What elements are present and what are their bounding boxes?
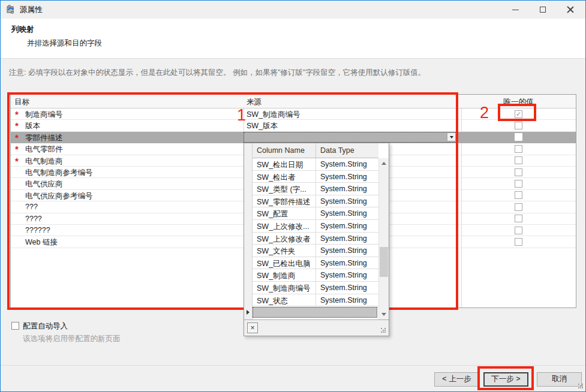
unique-value-checkbox[interactable] [515,145,522,153]
unique-value-cell [461,225,576,236]
maximize-button[interactable] [529,1,557,19]
target-label: ???? [25,215,42,223]
option-type: System.String [316,245,378,257]
option-name: SW_制造商编号 [253,282,316,294]
dropdown-option[interactable]: SW_文件夹System.String [253,245,378,257]
target-cell[interactable]: Web 链接 [11,236,244,247]
option-name: SW_检出者 [253,171,316,183]
clear-selection-button[interactable]: × [247,322,258,333]
dropdown-option[interactable]: SW_零部件描述System.String [253,195,378,208]
option-name: SW_文件夹 [253,245,316,257]
scroll-down-button[interactable] [379,310,389,319]
target-label: 电气供应商参考编号 [25,192,93,200]
source-value: SW_制造商编号 [247,110,300,119]
unique-value-checkbox[interactable]: ✓ [515,110,522,118]
dropdown-header-name: Column Name [253,143,316,158]
dropdown-header-row: Column Name Data Type [253,143,378,158]
step-title: 列映射 [11,25,34,35]
target-cell[interactable]: ?????? [11,225,244,236]
source-cell[interactable]: SW_版本 [244,120,461,131]
source-cell[interactable] [244,132,461,143]
table-row[interactable]: *零部件描述 [11,132,576,143]
dropdown-option[interactable]: SW_上次修改者System.String [253,233,378,245]
target-label: 制造商编号 [25,110,63,119]
dropdown-option[interactable]: SW_上次修改...System.String [253,220,378,233]
option-type: System.String [316,282,378,294]
close-button[interactable] [557,1,584,19]
dropdown-option[interactable]: SW_制造商System.String [253,269,378,282]
target-label: 零部件描述 [25,134,63,142]
option-name: SW_上次修改者 [253,233,316,245]
unique-value-checkbox[interactable] [515,191,522,199]
required-marker-icon: * [15,132,19,143]
option-type: System.String [316,220,378,232]
source-cell[interactable]: SW_制造商编号 [244,108,461,119]
step-subtitle: 并排选择源和目的字段 [27,38,102,49]
unique-value-checkbox[interactable] [515,238,522,246]
wizard-header: 列映射 并排选择源和目的字段 [1,19,585,59]
dropdown-resize-grip[interactable] [381,328,386,333]
unique-value-checkbox[interactable] [515,133,522,141]
dropdown-option[interactable]: SW_配置System.String [253,207,378,220]
option-name: SW_已检出电脑 [253,257,316,269]
unique-value-cell [461,190,576,201]
dropdown-option[interactable]: SW_检出日期System.String [253,158,378,171]
dropdown-option[interactable]: SW_状态System.String [253,294,378,307]
dropdown-option[interactable]: SW_制造商编号System.String [253,282,378,294]
titlebar[interactable]: 源属性 [1,1,585,19]
scroll-up-icon [381,162,386,165]
option-type: System.String [316,158,378,170]
target-label: 版本 [25,122,40,130]
dropdown-option[interactable]: SW_检出者System.String [253,171,378,183]
auto-import-hint: 该选项将启用带配置的新页面 [23,334,121,344]
dropdown-scrollbar[interactable] [378,158,389,319]
target-cell[interactable]: 电气制造商参考编号 [11,167,244,177]
dropdown-option[interactable]: SW_类型 (字...System.String [253,183,378,195]
target-label: 电气制造商参考编号 [25,168,93,177]
target-cell[interactable]: *电气零部件 [11,143,244,154]
dropdown-option[interactable]: SW_已检出电脑System.String [253,257,378,270]
target-cell[interactable]: ??? [11,201,244,212]
target-cell[interactable]: ???? [11,213,244,224]
dropdown-arrow-button[interactable] [447,132,456,141]
source-properties-dialog: 源属性 列映射 并排选择源和目的字段 注意: 必填字段以在对象中的状态显示，但是… [0,0,586,392]
source-combobox[interactable] [244,132,457,143]
target-cell[interactable]: *电气制造商 [11,155,244,166]
unique-value-checkbox[interactable] [515,215,522,222]
target-cell[interactable]: *制造商编号 [11,108,244,119]
required-marker-icon: * [15,156,19,166]
dropdown-footer: × [244,319,389,336]
required-marker-icon: * [15,120,19,131]
target-cell[interactable]: 电气供应商参考编号 [11,190,244,201]
target-cell[interactable]: *版本 [11,120,244,131]
window-resize-grip[interactable] [578,384,584,389]
next-button[interactable]: 下一步 > [483,372,528,387]
option-type: System.String [316,207,378,219]
unique-value-cell [461,155,576,166]
target-cell[interactable]: *零部件描述 [11,132,244,143]
auto-import-label: 配置自动导入 [23,321,68,331]
table-row[interactable]: *制造商编号SW_制造商编号✓ [11,108,576,120]
option-name: SW_制造商 [253,269,316,281]
cancel-button[interactable]: 取消 [537,372,582,387]
target-label: Web 链接 [25,238,58,246]
unique-value-checkbox[interactable] [515,156,522,164]
source-column-dropdown: Column Name Data Type SW_检出日期System.Stri… [244,143,389,336]
minimize-button[interactable] [501,1,529,19]
table-row[interactable]: *版本SW_版本 [11,120,576,131]
auto-import-checkbox[interactable] [11,322,19,330]
scrollbar-thumb[interactable] [380,247,388,277]
unique-value-checkbox[interactable] [515,203,522,211]
unique-value-checkbox[interactable] [515,168,522,176]
app-icon [6,5,16,14]
window-title: 源属性 [20,5,43,15]
unique-value-checkbox[interactable] [515,180,522,188]
scroll-up-button[interactable] [379,159,389,168]
unique-value-checkbox[interactable] [515,122,522,129]
required-marker-icon: * [15,109,19,119]
back-button[interactable]: < 上一步 [434,372,479,387]
target-cell[interactable]: 电气供应商 [11,178,244,189]
dropdown-new-row[interactable] [253,307,377,318]
unique-value-checkbox[interactable] [515,227,522,234]
unique-value-cell [461,132,576,143]
